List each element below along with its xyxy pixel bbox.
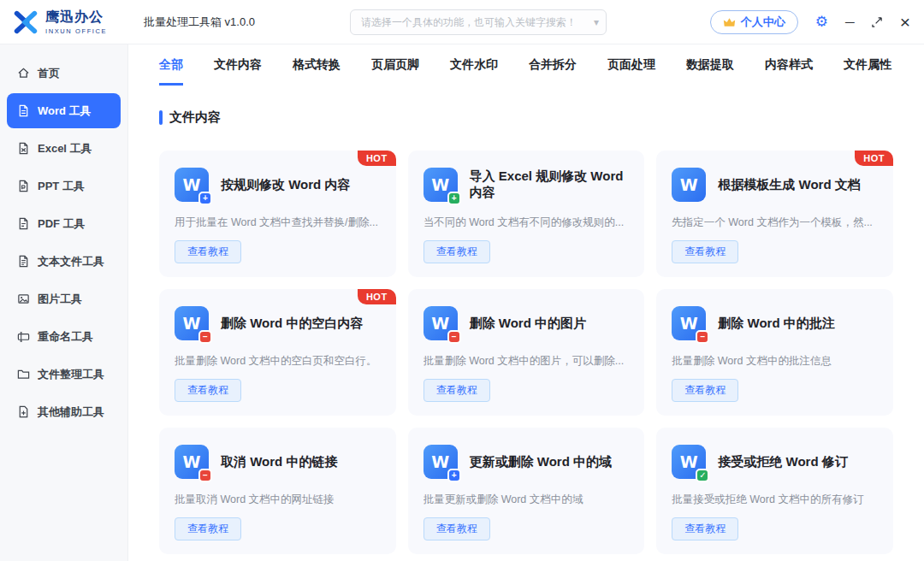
search-input[interactable] [361, 16, 594, 28]
view-tutorial-button[interactable]: 查看教程 [424, 517, 490, 540]
sidebar-item-ppt[interactable]: PPT 工具 [7, 168, 121, 204]
word-field-icon: W+ [424, 445, 458, 479]
word-delete-comment-icon: W− [672, 306, 706, 340]
card-title: 更新或删除 Word 中的域 [470, 454, 612, 470]
card-generate-from-template[interactable]: HOT W 根据模板生成 Word 文档 先指定一个 Word 文档作为一个模板… [656, 151, 893, 277]
sidebar: 首页 Word 工具 Excel 工具 [0, 44, 128, 561]
card-modify-by-rule[interactable]: HOT W+ 按规则修改 Word 内容 用于批量在 Word 文档中查找并替换… [159, 151, 396, 277]
tab-merge-split[interactable]: 合并拆分 [529, 44, 577, 86]
sidebar-item-label: 其他辅助工具 [38, 405, 104, 420]
user-center-label: 个人中心 [741, 15, 785, 30]
view-tutorial-button[interactable]: 查看教程 [424, 379, 490, 402]
card-title: 删除 Word 中的空白内容 [221, 316, 363, 332]
card-description: 批量更新或删除 Word 文档中的域 [424, 493, 630, 507]
rename-icon [17, 330, 30, 343]
card-title: 取消 Word 中的链接 [221, 454, 337, 470]
view-tutorial-button[interactable]: 查看教程 [175, 240, 241, 263]
word-excel-import-icon: W+ [424, 168, 458, 202]
card-description: 用于批量在 Word 文档中查找并替换/删除... [175, 216, 381, 230]
tab-format-convert[interactable]: 格式转换 [293, 44, 341, 86]
sidebar-item-file-organize[interactable]: 文件整理工具 [7, 357, 121, 392]
card-description: 批量取消 Word 文档中的网址链接 [175, 493, 381, 507]
section-title: 文件内容 [169, 109, 221, 126]
card-delete-comments[interactable]: W− 删除 Word 中的批注 批量删除 Word 文档中的批注信息 查看教程 [656, 289, 893, 416]
tab-data-extract[interactable]: 数据提取 [686, 44, 734, 86]
sidebar-item-word[interactable]: Word 工具 [7, 93, 121, 128]
minimize-button[interactable]: ─ [845, 15, 855, 28]
hot-badge: HOT [855, 151, 893, 166]
view-tutorial-button[interactable]: 查看教程 [424, 240, 490, 263]
card-update-fields[interactable]: W+ 更新或删除 Word 中的域 批量更新或删除 Word 文档中的域 查看教… [408, 428, 645, 554]
app-subname: INXUN OFFICE [45, 27, 107, 35]
sidebar-item-pdf[interactable]: PDF 工具 [7, 206, 121, 241]
tab-watermark[interactable]: 文件水印 [450, 44, 498, 86]
view-tutorial-button[interactable]: 查看教程 [672, 517, 738, 540]
settings-icon[interactable]: ⚙ [815, 15, 828, 29]
sidebar-item-label: Word 工具 [38, 103, 92, 119]
word-delete-image-icon: W− [424, 306, 458, 340]
card-description: 批量删除 Word 文档中的空白页和空白行。 [175, 354, 381, 369]
sidebar-item-label: 文件整理工具 [38, 367, 104, 382]
card-title: 导入 Excel 规则修改 Word 内容 [470, 168, 630, 201]
sidebar-item-label: PDF 工具 [38, 216, 86, 232]
hot-badge: HOT [358, 151, 396, 166]
sidebar-item-rename[interactable]: 重命名工具 [7, 319, 121, 354]
sidebar-item-label: 文本文件工具 [38, 254, 104, 269]
user-center-button[interactable]: 个人中心 [710, 10, 798, 34]
view-tutorial-button[interactable]: 查看教程 [672, 379, 738, 402]
tab-content-style[interactable]: 内容样式 [765, 44, 813, 86]
view-tutorial-button[interactable]: 查看教程 [175, 517, 241, 540]
topbar: 鹰迅办公 INXUN OFFICE 批量处理工具箱 v1.0.0 ▾ 个人中心 … [0, 0, 924, 44]
word-unlink-icon: W− [175, 445, 209, 479]
card-description: 批量删除 Word 文档中的批注信息 [672, 354, 878, 369]
chevron-down-icon[interactable]: ▾ [594, 16, 599, 28]
card-title: 删除 Word 中的图片 [470, 316, 586, 332]
sidebar-item-label: 重命名工具 [38, 329, 93, 345]
sidebar-item-other-tools[interactable]: 其他辅助工具 [7, 394, 121, 429]
sidebar-item-image[interactable]: 图片工具 [7, 281, 121, 316]
search-box[interactable]: ▾ [350, 9, 607, 35]
tab-file-content[interactable]: 文件内容 [214, 44, 262, 86]
crown-icon [723, 17, 736, 27]
cards-grid: HOT W+ 按规则修改 Word 内容 用于批量在 Word 文档中查找并替换… [159, 151, 893, 561]
card-delete-images[interactable]: W− 删除 Word 中的图片 批量删除 Word 文档中的图片，可以删除...… [408, 289, 645, 416]
tab-file-attr[interactable]: 文件属性 [844, 44, 891, 86]
pdf-doc-icon [17, 217, 30, 230]
card-description: 先指定一个 Word 文档作为一个模板，然... [672, 216, 878, 230]
sidebar-item-label: PPT 工具 [38, 179, 85, 194]
category-tabs: 全部 文件内容 格式转换 页眉页脚 文件水印 合并拆分 页面处理 数据提取 内容… [128, 44, 924, 86]
sidebar-item-textfile[interactable]: 文本文件工具 [7, 244, 121, 279]
text-doc-icon [17, 255, 30, 268]
view-tutorial-button[interactable]: 查看教程 [672, 240, 738, 263]
app-title: 批量处理工具箱 v1.0.0 [144, 15, 255, 30]
folder-icon [17, 368, 30, 381]
word-doc-icon [17, 104, 30, 117]
card-delete-blank[interactable]: HOT W− 删除 Word 中的空白内容 批量删除 Word 文档中的空白页和… [159, 289, 396, 416]
card-title: 接受或拒绝 Word 修订 [718, 454, 847, 470]
sidebar-item-excel[interactable]: Excel 工具 [7, 131, 121, 166]
ppt-doc-icon [17, 180, 30, 192]
view-tutorial-button[interactable]: 查看教程 [175, 379, 241, 402]
app-logo: 鹰迅办公 INXUN OFFICE [12, 9, 132, 36]
tab-header-footer[interactable]: 页眉页脚 [371, 44, 419, 86]
image-icon [17, 292, 30, 305]
content-area: 文件内容 HOT W+ 按规则修改 Word 内容 用于批量在 Word 文档中… [128, 86, 924, 561]
tab-all[interactable]: 全部 [159, 44, 183, 86]
tab-page-process[interactable]: 页面处理 [607, 44, 655, 86]
maximize-button[interactable] [872, 16, 883, 27]
card-accept-reject-revisions[interactable]: W✓ 接受或拒绝 Word 修订 批量接受或拒绝 Word 文档中的所有修订 查… [656, 428, 893, 554]
main-content: 全部 文件内容 格式转换 页眉页脚 文件水印 合并拆分 页面处理 数据提取 内容… [128, 44, 924, 561]
hot-badge: HOT [358, 289, 396, 304]
card-cancel-links[interactable]: W− 取消 Word 中的链接 批量取消 Word 文档中的网址链接 查看教程 [159, 428, 396, 554]
card-title: 根据模板生成 Word 文档 [718, 177, 860, 193]
sidebar-item-home[interactable]: 首页 [7, 56, 121, 91]
sidebar-item-label: 首页 [38, 66, 60, 81]
word-edit-icon: W+ [175, 168, 209, 202]
home-icon [17, 67, 30, 80]
section-header: 文件内容 [159, 108, 893, 127]
card-import-excel-rules[interactable]: W+ 导入 Excel 规则修改 Word 内容 当不同的 Word 文档有不同… [408, 151, 645, 277]
sidebar-item-label: 图片工具 [38, 292, 82, 307]
close-button[interactable]: × [900, 13, 910, 31]
card-description: 批量接受或拒绝 Word 文档中的所有修订 [672, 493, 878, 507]
card-description: 当不同的 Word 文档有不同的修改规则的... [424, 216, 630, 230]
